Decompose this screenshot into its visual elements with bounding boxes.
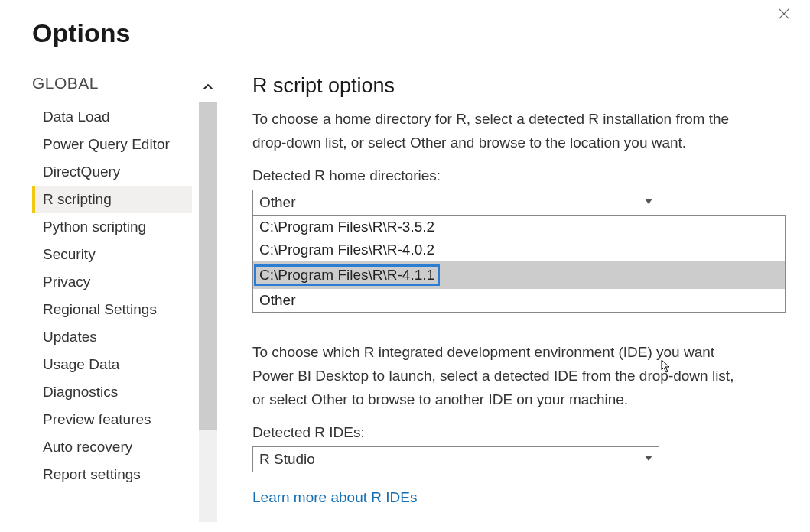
sidebar-item-label: Report settings <box>43 466 141 482</box>
sidebar-item-label: Auto recovery <box>43 439 132 455</box>
dropdown-option-other[interactable]: Other <box>253 289 785 312</box>
scrollbar-track[interactable] <box>199 102 217 522</box>
sidebar-item-python-scripting[interactable]: Python scripting <box>32 213 192 241</box>
sidebar-item-privacy[interactable]: Privacy <box>32 268 192 296</box>
sidebar-item-label: Security <box>43 246 96 262</box>
sidebar: GLOBAL Data Load Power Query Editor Dire… <box>0 74 229 522</box>
learn-more-link[interactable]: Learn more about R IDEs <box>252 489 417 505</box>
main-panel: R script options To choose a home direct… <box>229 74 810 522</box>
sidebar-item-directquery[interactable]: DirectQuery <box>32 158 192 186</box>
sidebar-item-power-query-editor[interactable]: Power Query Editor <box>32 131 192 158</box>
sidebar-item-label: DirectQuery <box>43 164 120 180</box>
dropdown-option-label: Other <box>259 292 296 308</box>
dropdown-option-r352[interactable]: C:\Program Files\R\R-3.5.2 <box>253 216 785 238</box>
sidebar-item-report-settings[interactable]: Report settings <box>32 461 192 488</box>
sidebar-item-label: Diagnostics <box>43 384 118 400</box>
page-title: Options <box>0 0 810 48</box>
dropdown-option-r402[interactable]: C:\Program Files\R\R-4.0.2 <box>253 238 785 261</box>
sidebar-item-usage-data[interactable]: Usage Data <box>32 351 192 378</box>
sidebar-item-data-load[interactable]: Data Load <box>32 103 192 131</box>
close-icon[interactable] <box>776 6 795 24</box>
sidebar-item-label: Python scripting <box>43 219 146 235</box>
sidebar-item-label: Power Query Editor <box>43 136 170 152</box>
sidebar-item-label: Usage Data <box>43 356 119 372</box>
detected-dirs-dropdown: C:\Program Files\R\R-3.5.2 C:\Program Fi… <box>252 215 786 313</box>
detected-ides-value: R Studio <box>259 451 315 468</box>
sidebar-item-preview-features[interactable]: Preview features <box>32 406 192 433</box>
svg-marker-3 <box>645 456 652 461</box>
dropdown-option-label: C:\Program Files\R\R-4.0.2 <box>259 242 434 258</box>
sidebar-item-auto-recovery[interactable]: Auto recovery <box>32 433 192 461</box>
ide-intro-text: To choose which R integrated development… <box>252 340 742 412</box>
sidebar-item-diagnostics[interactable]: Diagnostics <box>32 378 192 406</box>
sidebar-item-security[interactable]: Security <box>32 241 192 268</box>
sidebar-item-label: Preview features <box>43 411 151 427</box>
sidebar-item-label: Privacy <box>43 274 90 290</box>
dropdown-option-label: C:\Program Files\R\R-3.5.2 <box>259 219 434 235</box>
sidebar-item-label: Regional Settings <box>43 301 157 317</box>
sidebar-item-regional-settings[interactable]: Regional Settings <box>32 296 192 323</box>
main-title: R script options <box>252 74 787 98</box>
detected-dirs-select[interactable]: Other <box>252 190 659 216</box>
dropdown-option-r411[interactable]: C:\Program Files\R\R-4.1.1 <box>253 261 785 289</box>
scroll-up-icon[interactable] <box>201 80 215 94</box>
detected-dirs-label: Detected R home directories: <box>252 167 787 184</box>
dropdown-option-label: C:\Program Files\R\R-4.1.1 <box>254 264 440 286</box>
detected-ides-select[interactable]: R Studio <box>252 446 659 472</box>
sidebar-item-label: Data Load <box>43 109 110 125</box>
sidebar-item-label: R scripting <box>43 191 112 207</box>
sidebar-item-r-scripting[interactable]: R scripting <box>32 186 192 213</box>
svg-marker-2 <box>645 199 652 204</box>
sidebar-item-label: Updates <box>43 329 97 345</box>
sidebar-item-updates[interactable]: Updates <box>32 323 192 351</box>
detected-ides-label: Detected R IDEs: <box>252 424 787 441</box>
detected-dirs-value: Other <box>259 194 296 211</box>
scrollbar-thumb[interactable] <box>199 102 217 430</box>
chevron-down-icon <box>645 199 652 206</box>
sidebar-section-global: GLOBAL <box>32 74 229 92</box>
intro-text: To choose a home directory for R, select… <box>252 107 742 155</box>
chevron-down-icon <box>645 456 652 463</box>
